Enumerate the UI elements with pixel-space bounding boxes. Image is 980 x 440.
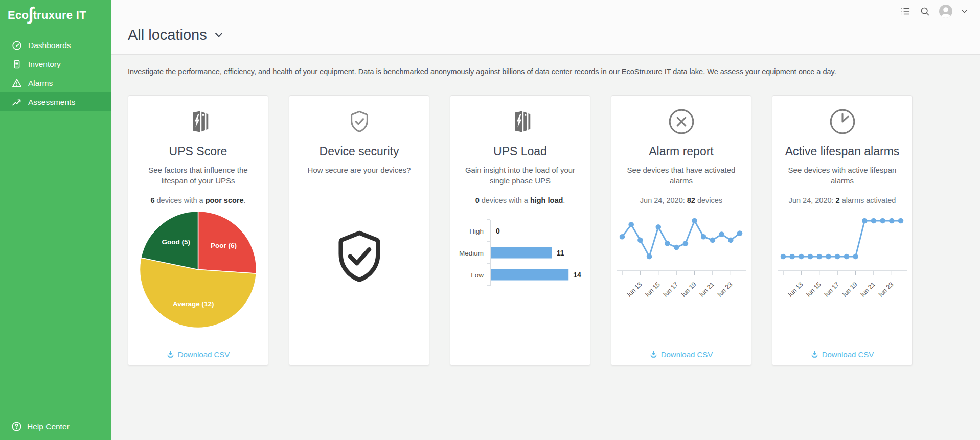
card-footer: Download CSV — [611, 343, 751, 365]
card-status: 6 devices with a poor score. — [128, 196, 268, 204]
download-icon — [650, 351, 657, 358]
sidebar-item-label: Inventory — [28, 60, 61, 69]
download-icon — [167, 351, 174, 358]
sidebar-item-alarms[interactable]: Alarms — [0, 74, 111, 92]
svg-text:Jun 19: Jun 19 — [679, 281, 697, 297]
shield-check-large-icon — [289, 175, 429, 337]
svg-text:11: 11 — [556, 249, 564, 257]
shield-check-icon — [289, 108, 429, 135]
svg-text:Jun 17: Jun 17 — [822, 281, 840, 297]
card-ups-score[interactable]: UPS ScoreSee factors that influence the … — [128, 95, 268, 366]
svg-text:Jun 17: Jun 17 — [660, 281, 679, 297]
ups-device-icon — [186, 109, 211, 134]
card-subtitle: Gain insight into the load of your singl… — [450, 165, 590, 186]
download-csv-link[interactable]: Download CSV — [650, 350, 713, 359]
intro-text: Investigate the performance, efficiency,… — [128, 67, 964, 76]
pie-slice-label: Average (12) — [173, 300, 214, 308]
topbar-icons — [900, 5, 968, 18]
download-csv-link[interactable]: Download CSV — [811, 350, 874, 359]
alarm-report-chart: Jun 13Jun 15Jun 17Jun 19Jun 21Jun 23 — [611, 210, 751, 297]
location-selector[interactable]: All locations — [128, 27, 223, 43]
svg-text:Low: Low — [471, 271, 484, 279]
pie-slice-label: Good (5) — [162, 238, 191, 246]
svg-text:High: High — [469, 227, 484, 235]
account-chevron-down-icon[interactable] — [961, 9, 968, 14]
sidebar-item-inventory[interactable]: Inventory — [0, 55, 111, 74]
svg-text:Jun 21: Jun 21 — [858, 281, 876, 297]
help-center-button[interactable]: Help Center — [11, 421, 70, 432]
cards-row: UPS ScoreSee factors that influence the … — [128, 95, 980, 366]
svg-text:Jun 15: Jun 15 — [804, 281, 822, 297]
svg-text:Medium: Medium — [459, 249, 483, 257]
dashboards-icon — [11, 40, 22, 51]
download-csv-link[interactable]: Download CSV — [167, 350, 230, 359]
shield-check-large-icon — [329, 225, 390, 288]
logo-text-suffix: truxure IT — [33, 9, 86, 22]
question-circle-icon — [11, 421, 22, 432]
svg-text:14: 14 — [573, 271, 581, 279]
location-selector-label: All locations — [128, 27, 207, 43]
person-icon — [939, 5, 952, 18]
alarms-icon — [11, 78, 22, 89]
sidebar-item-label: Dashboards — [28, 41, 71, 50]
sidebar-item-label: Alarms — [28, 79, 53, 88]
search-icon[interactable] — [920, 6, 930, 17]
card-subtitle: How secure are your devices? — [289, 165, 429, 175]
header-band: All locations — [111, 0, 980, 55]
card-title: Active lifespan alarms — [772, 145, 912, 158]
card-title: UPS Load — [450, 145, 590, 158]
active-lifespan-alarms-chart: Jun 13Jun 15Jun 17Jun 19Jun 21Jun 23 — [772, 210, 912, 297]
card-subtitle: See factors that influence the lifespan … — [128, 165, 268, 186]
card-status: Jun 24, 2020: 82 devices — [611, 196, 751, 204]
svg-text:Jun 23: Jun 23 — [876, 281, 894, 297]
ups-icon — [128, 108, 268, 135]
list-icon[interactable] — [900, 6, 911, 17]
download-csv-label: Download CSV — [822, 350, 874, 359]
card-ups-load[interactable]: UPS LoadGain insight into the load of yo… — [450, 95, 590, 366]
ups-score-chart: Poor (6)Average (12)Good (5) — [128, 210, 268, 330]
card-title: Device security — [289, 145, 429, 158]
card-footer: Download CSV — [128, 343, 268, 365]
circle-x-icon — [611, 108, 751, 135]
svg-text:Jun 15: Jun 15 — [643, 281, 661, 297]
clock-icon — [829, 108, 856, 135]
ups-icon — [450, 108, 590, 135]
pie-slice-label: Poor (6) — [211, 242, 237, 249]
circle-x-icon — [668, 108, 695, 135]
card-alarm-report[interactable]: Alarm reportSee devices that have activa… — [611, 95, 751, 366]
logo-text-prefix: Eco — [8, 9, 29, 22]
location-chevron-down-icon — [215, 32, 223, 38]
svg-text:0: 0 — [496, 227, 500, 235]
sidebar-nav: DashboardsInventoryAlarmsAssessments — [0, 36, 111, 111]
sidebar-item-assessments[interactable]: Assessments — [0, 92, 111, 111]
card-title: Alarm report — [611, 145, 751, 158]
sidebar-item-dashboards[interactable]: Dashboards — [0, 36, 111, 55]
card-subtitle: See devices with active lifespan alarms — [772, 165, 912, 186]
download-csv-label: Download CSV — [661, 350, 713, 359]
card-status: Jun 24, 2020: 2 alarms activated — [772, 196, 912, 204]
card-active-lifespan-alarms[interactable]: Active lifespan alarmsSee devices with a… — [772, 95, 913, 366]
svg-text:Jun 23: Jun 23 — [715, 281, 733, 297]
ups-load-chart: High0Medium11Low14 — [450, 218, 590, 289]
clock-icon — [772, 108, 912, 135]
svg-text:Jun 21: Jun 21 — [697, 281, 715, 297]
card-status: 0 devices with a high load. — [450, 196, 590, 204]
sidebar: Eco∫truxure IT DashboardsInventoryAlarms… — [0, 0, 111, 440]
download-icon — [811, 351, 818, 358]
user-avatar[interactable] — [939, 5, 952, 18]
help-center-label: Help Center — [27, 422, 70, 431]
card-footer: Download CSV — [772, 343, 912, 365]
download-csv-label: Download CSV — [178, 350, 230, 359]
svg-text:Jun 13: Jun 13 — [786, 281, 804, 297]
svg-text:Jun 19: Jun 19 — [840, 281, 858, 297]
ecostruxure-logo: Eco∫truxure IT — [0, 0, 111, 25]
card-title: UPS Score — [128, 145, 268, 158]
card-device-security[interactable]: Device securityHow secure are your devic… — [289, 95, 429, 366]
inventory-icon — [11, 59, 22, 70]
main-area: All locations Investigate the performanc… — [111, 0, 980, 440]
ups-device-icon — [508, 109, 533, 134]
assessments-icon — [11, 97, 22, 108]
sidebar-item-label: Assessments — [28, 98, 75, 107]
card-subtitle: See devices that have activated alarms — [611, 165, 751, 186]
svg-text:Jun 13: Jun 13 — [625, 281, 643, 297]
